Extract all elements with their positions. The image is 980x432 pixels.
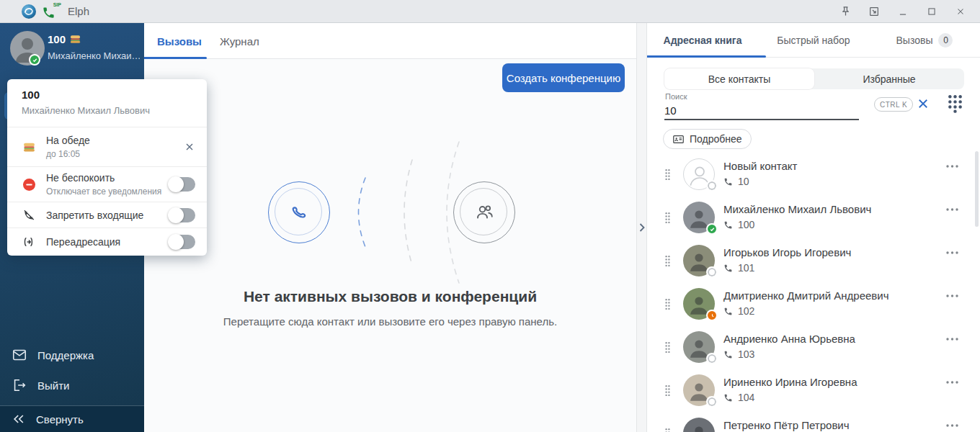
search-label: Поиск [665, 92, 687, 101]
tab-calls-right[interactable]: Вызовы 0 [869, 23, 980, 57]
forwarding-label: Переадресация [46, 236, 120, 248]
online-status-badge [29, 54, 40, 66]
presence-badge-offline [706, 266, 718, 278]
logout-label: Выйти [37, 379, 69, 392]
panel-splitter[interactable] [636, 23, 647, 432]
contact-row[interactable]: Андриенко Анна Юрьевна 103 [647, 325, 980, 369]
contact-card-icon [672, 133, 685, 145]
contact-row[interactable]: Петренко Пётр Петрович [647, 412, 980, 432]
sip-phone-icon: SIP [42, 3, 61, 20]
right-tabbar: Адресная книга Быстрый набор Вызовы 0 [647, 23, 980, 58]
phone-icon [723, 307, 733, 316]
drag-handle-icon[interactable] [664, 255, 671, 267]
drag-handle-icon[interactable] [664, 428, 671, 432]
presence-badge-offline [706, 353, 718, 364]
drag-handle-icon[interactable] [664, 168, 671, 181]
contact-row[interactable]: Ириненко Ирина Игоревна 104 [647, 369, 980, 412]
forbid-incoming-row: Запретить входящие [7, 202, 207, 228]
drag-handle-icon[interactable] [664, 212, 671, 224]
call-forward-icon [22, 235, 36, 248]
user-extension: 100 [48, 33, 81, 45]
contact-row[interactable]: Новый контакт 10 [647, 153, 980, 196]
contact-row[interactable]: Дмитриенко Дмитрий Андреевич 102 [647, 282, 980, 325]
avatar [683, 418, 715, 432]
dialpad-icon[interactable] [948, 94, 963, 113]
tab-calls[interactable]: Вызовы [157, 23, 202, 59]
drag-handle-icon[interactable] [664, 384, 671, 397]
tab-address-book[interactable]: Адресная книга [647, 23, 758, 57]
sidebar-user-block[interactable]: 100 Михайленко Михаи… [0, 23, 144, 79]
search-input[interactable] [664, 102, 859, 119]
maximize-icon[interactable] [922, 3, 941, 20]
presence-badge-away [706, 310, 718, 321]
sandwich-icon [22, 141, 36, 153]
forbid-incoming-label: Запретить входящие [46, 210, 143, 221]
contacts-filter-segmented: Все контакты Избранные [664, 68, 964, 89]
window-controls [836, 3, 970, 20]
drag-handle-icon[interactable] [664, 341, 671, 354]
close-icon[interactable] [951, 3, 970, 20]
empty-state-subtitle: Перетащите сюда контакт или вызовите его… [144, 315, 636, 328]
main-tabbar: Вызовы Журнал [144, 23, 636, 59]
active-tab-underline [647, 55, 766, 58]
pin-icon[interactable] [836, 3, 855, 20]
drag-handle-icon[interactable] [664, 298, 671, 310]
segment-all-contacts[interactable]: Все контакты [664, 68, 814, 89]
scrollbar-thumb[interactable] [975, 151, 979, 227]
right-panel: Адресная книга Быстрый набор Вызовы 0 Вс… [647, 23, 980, 432]
minimize-icon[interactable] [894, 3, 912, 20]
popup-extension: 100 [22, 89, 195, 101]
dnd-row: Не беспокоить Отключает все уведомления [7, 167, 207, 202]
presence-badge-offline [706, 396, 718, 408]
contact-row[interactable]: Игорьков Игорь Игоревич 101 [647, 239, 980, 282]
phone-icon [723, 264, 733, 273]
contact-row[interactable]: Михайленко Михаил Львович 100 [647, 196, 980, 239]
presence-badge-offline [706, 180, 718, 192]
status-until: до 16:05 [46, 149, 90, 159]
collapse-label: Свернуть [36, 413, 84, 426]
contact-menu-icon[interactable] [945, 380, 959, 384]
tab-speed-dial[interactable]: Быстрый набор [758, 23, 869, 57]
chevron-right-icon [638, 222, 646, 233]
status-label: На обеде [46, 135, 90, 146]
phone-icon [723, 393, 733, 402]
user-status-popup: 100 Михайленко Михаил Львович На обеде д… [7, 79, 207, 256]
clear-search-icon[interactable] [917, 97, 930, 110]
contact-list: Новый контакт 10 Михайленко Михаил Львов… [647, 153, 980, 432]
forwarding-toggle[interactable] [169, 235, 195, 249]
contact-menu-icon[interactable] [945, 164, 959, 168]
dnd-label: Не беспокоить [46, 172, 161, 184]
dnd-minus-icon [22, 179, 36, 191]
elph-swirl-logo-icon [22, 4, 36, 19]
forwarding-row: Переадресация [7, 228, 207, 256]
segment-favorites[interactable]: Избранные [814, 68, 964, 89]
contact-menu-icon[interactable] [945, 294, 959, 298]
tab-journal[interactable]: Журнал [220, 23, 259, 59]
dnd-sublabel: Отключает все уведомления [46, 186, 161, 197]
sandwich-icon [70, 34, 81, 45]
forbid-incoming-toggle[interactable] [169, 208, 195, 222]
contact-menu-icon[interactable] [945, 337, 959, 341]
create-conference-button[interactable]: Создать конференцию [502, 63, 625, 92]
phone-icon [723, 350, 733, 359]
people-icon [453, 181, 515, 243]
contact-menu-icon[interactable] [945, 207, 959, 212]
clear-status-icon[interactable] [184, 141, 195, 153]
logout-icon [12, 377, 27, 393]
user-name-short: Михайленко Михаи… [48, 50, 140, 61]
details-button[interactable]: Подробнее [663, 129, 752, 149]
collapse-sidebar-button[interactable]: Свернуть [0, 406, 144, 432]
mail-icon [12, 347, 27, 363]
people-circle-illustration [453, 181, 515, 243]
snap-corner-icon[interactable] [865, 3, 883, 20]
status-row[interactable]: На обеде до 16:05 [7, 127, 207, 167]
phone-icon [268, 181, 330, 243]
empty-state-title: Нет активных вызовов и конференций [144, 288, 636, 305]
contact-menu-icon[interactable] [945, 423, 959, 428]
contact-menu-icon[interactable] [945, 251, 959, 255]
support-button[interactable]: Поддержка [0, 342, 144, 368]
calls-count-badge: 0 [938, 33, 953, 48]
keyboard-shortcut-badge: CTRL K [874, 97, 913, 112]
dnd-toggle[interactable] [169, 177, 195, 192]
logout-button[interactable]: Выйти [0, 372, 144, 398]
